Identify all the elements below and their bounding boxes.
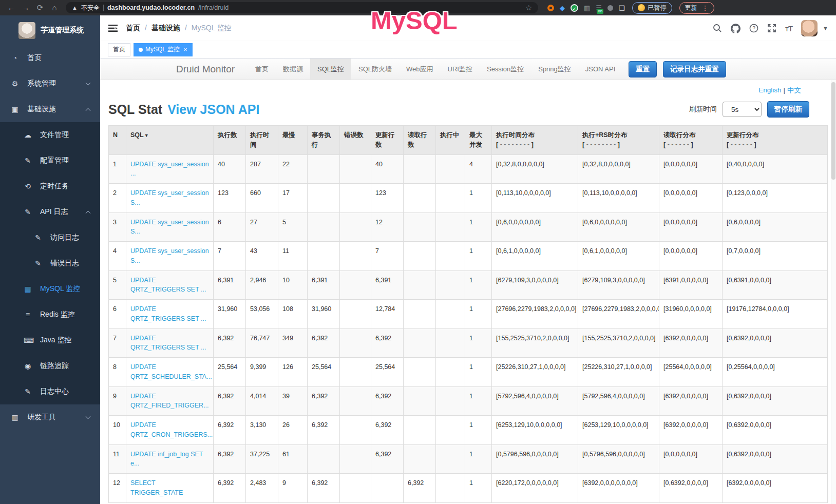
font-size-icon[interactable]: ᴛT xyxy=(785,24,792,33)
scrollbar-track[interactable] xyxy=(831,80,836,504)
column-header-running[interactable]: 执行中 xyxy=(436,126,465,155)
lang-chinese-link[interactable]: 中文 xyxy=(787,86,801,94)
sql-link[interactable]: UPDATE QRTZ_FIRED_TRIGGER... xyxy=(130,393,209,410)
column-header-error-count[interactable]: 错误数 xyxy=(340,126,371,155)
cell-slowest: 349 xyxy=(278,328,308,358)
druid-nav-spring-monitor[interactable]: Spring监控 xyxy=(531,59,578,80)
sidebar-item-api-logs[interactable]: ✎API 日志 xyxy=(0,199,100,225)
log-and-reset-button[interactable]: 记录日志并重置 xyxy=(663,61,726,77)
cell-update-row-dist: [0,123,0,0,0,0] xyxy=(723,184,828,213)
column-header-n[interactable]: N xyxy=(109,126,126,155)
sql-link[interactable]: UPDATE sys_user_session S... xyxy=(130,189,209,206)
dashboard-icon: ◔ xyxy=(11,54,19,62)
sidebar-item-file-mgmt[interactable]: ☁文件管理 xyxy=(0,122,100,148)
help-icon[interactable]: ? xyxy=(749,24,758,33)
search-icon[interactable] xyxy=(713,24,722,33)
sidebar-item-java-monitor[interactable]: ⌨Java 监控 xyxy=(0,327,100,353)
column-header-fetch-rows[interactable]: 读取行数 xyxy=(404,126,436,155)
cell-running xyxy=(436,416,465,445)
column-header-max-concurrent[interactable]: 最大并发 xyxy=(465,126,492,155)
fullscreen-icon[interactable] xyxy=(767,24,776,33)
column-header-tx-exec[interactable]: 事务执行 xyxy=(308,126,340,155)
druid-nav-json-api[interactable]: JSON API xyxy=(578,59,623,80)
security-warning-icon[interactable]: ▲ xyxy=(72,5,78,11)
browser-forward-icon[interactable]: → xyxy=(20,2,32,13)
browser-home-icon[interactable]: ⌂ xyxy=(48,2,61,13)
extension-grid-icon[interactable]: ▦ xyxy=(584,4,590,12)
column-header-sql[interactable]: SQL▼ xyxy=(126,126,214,155)
sidebar-item-infrastructure[interactable]: ▣基础设施 xyxy=(0,96,100,122)
druid-nav-home[interactable]: 首页 xyxy=(248,59,276,80)
druid-nav-session-monitor[interactable]: Session监控 xyxy=(480,59,531,80)
column-header-exec-count[interactable]: 执行数 xyxy=(214,126,246,155)
druid-nav-web-app[interactable]: Web应用 xyxy=(399,59,441,80)
browser-reload-icon[interactable]: ⟳ xyxy=(34,2,46,13)
extension-donut-icon[interactable] xyxy=(547,5,554,11)
druid-brand[interactable]: Druid Monitor xyxy=(176,64,235,75)
sql-link[interactable]: UPDATE QRTZ_TRIGGERS SET ... xyxy=(130,305,206,322)
column-header-exec-time[interactable]: 执行时间 xyxy=(246,126,278,155)
sidebar-item-system-mgmt[interactable]: ⚙系统管理 xyxy=(0,71,100,96)
column-header-slowest[interactable]: 最慢 xyxy=(278,126,308,155)
column-header-update-row-dist[interactable]: 更新行分布[ - - - - - - ] xyxy=(723,126,828,155)
sidebar-item-access-logs[interactable]: ✎访问日志 xyxy=(0,225,100,250)
sidebar-item-home[interactable]: ◔首页 xyxy=(0,45,100,71)
sql-link[interactable]: UPDATE QRTZ_TRIGGERS SET ... xyxy=(130,335,206,352)
browser-menu-kebab-icon[interactable]: ⋮ xyxy=(702,4,709,12)
github-icon[interactable] xyxy=(731,24,740,33)
extension-tag-icon[interactable] xyxy=(607,5,613,11)
extension-check-icon[interactable]: ✓ xyxy=(571,4,578,12)
browser-back-icon[interactable]: ← xyxy=(5,2,17,13)
sql-link[interactable]: UPDATE QRTZ_CRON_TRIGGERS... xyxy=(130,421,213,438)
breadcrumb-item[interactable]: 首页 xyxy=(126,24,140,32)
sql-link[interactable]: UPDATE sys_user_session ... xyxy=(130,161,209,178)
sidebar-item-log-center[interactable]: ✎日志中心 xyxy=(0,379,100,404)
infra-icon: ▣ xyxy=(11,105,19,113)
scrollbar-thumb[interactable] xyxy=(831,82,835,180)
sidebar-item-error-logs[interactable]: ✎错误日志 xyxy=(0,250,100,276)
column-header-exec-rs-dist[interactable]: 执行+RS时分布[ - - - - - - - - ] xyxy=(578,126,659,155)
column-header-exec-time-dist[interactable]: 执行时间分布[ - - - - - - - - ] xyxy=(492,126,578,155)
sidebar-item-config-mgmt[interactable]: ✎配置管理 xyxy=(0,148,100,173)
sidebar-item-mysql-monitor[interactable]: ▦MySQL 监控 xyxy=(0,276,100,302)
cell-slowest: 9 xyxy=(278,474,308,503)
cell-slowest: 5 xyxy=(278,212,308,242)
hamburger-icon[interactable] xyxy=(108,23,118,33)
refresh-interval-select[interactable]: 5s xyxy=(723,102,762,117)
user-avatar[interactable] xyxy=(801,20,818,36)
pause-refresh-button[interactable]: 暂停刷新 xyxy=(767,101,809,118)
druid-nav-sql-monitor[interactable]: SQL监控 xyxy=(310,59,351,80)
sidebar-item-dev-tools[interactable]: ▥研发工具 xyxy=(0,404,100,430)
cell-exec-time: 660 xyxy=(246,184,278,213)
sql-link[interactable]: UPDATE QRTZ_TRIGGERS SET ... xyxy=(130,277,206,294)
sql-link[interactable]: UPDATE inf_job_log SET e... xyxy=(130,451,203,468)
profile-paused-pill[interactable]: 已暂停 xyxy=(632,2,672,14)
breadcrumb-item[interactable]: 基础设施 xyxy=(151,24,180,32)
sidebar-item-scheduled-tasks[interactable]: ⟲定时任务 xyxy=(0,173,100,199)
sidebar-item-trace[interactable]: ◉链路追踪 xyxy=(0,353,100,379)
sql-link[interactable]: SELECT TRIGGER_STATE xyxy=(130,479,183,496)
sidebar-item-label: 文件管理 xyxy=(40,130,69,140)
column-header-fetch-row-dist[interactable]: 读取行分布[ - - - - - - ] xyxy=(659,126,723,155)
druid-nav-datasource[interactable]: 数据源 xyxy=(276,59,310,80)
sidebar-item-redis-monitor[interactable]: ≡Redis 监控 xyxy=(0,302,100,327)
sql-link[interactable]: UPDATE sys_user_session S... xyxy=(130,247,209,264)
druid-nav-sql-firewall[interactable]: SQL防火墙 xyxy=(351,59,399,80)
druid-nav-uri-monitor[interactable]: URI监控 xyxy=(441,59,480,80)
browser-update-button[interactable]: 更新 ⋮ xyxy=(679,2,714,14)
view-json-api-link[interactable]: View JSON API xyxy=(167,102,259,117)
extensions-puzzle-icon[interactable]: ❑ xyxy=(619,4,625,12)
reset-button[interactable]: 重置 xyxy=(629,61,657,77)
sql-link[interactable]: UPDATE QRTZ_SCHEDULER_STA... xyxy=(130,363,212,380)
address-bar[interactable]: ▲ 不安全 dashboard.yudao.iocoder.cn/infra/d… xyxy=(66,2,538,13)
lang-english-link[interactable]: English xyxy=(758,86,781,94)
avatar-caret-icon[interactable]: ▼ xyxy=(823,25,828,31)
tab-mysql-monitor[interactable]: MySQL 监控× xyxy=(134,43,193,56)
bookmark-star-icon[interactable]: ☆ xyxy=(525,4,532,12)
extension-list-icon[interactable]: ☰on xyxy=(596,4,602,12)
extension-gem-icon[interactable]: ◆ xyxy=(560,4,565,12)
sql-link[interactable]: UPDATE sys_user_session S... xyxy=(130,219,209,236)
column-header-update-rows[interactable]: 更新行数 xyxy=(371,126,404,155)
tab-close-icon[interactable]: × xyxy=(183,46,187,53)
tab-home[interactable]: 首页 xyxy=(108,43,130,56)
